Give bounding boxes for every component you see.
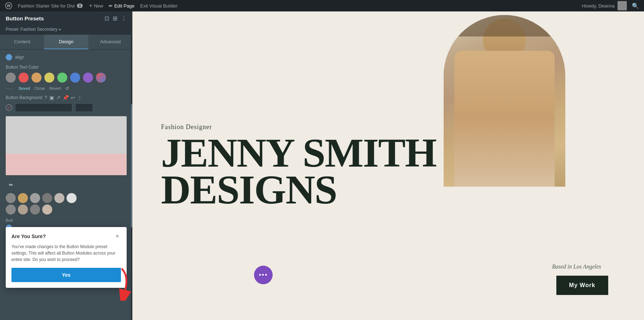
settings-panel: Button Presets ⊡ ⊞ ⋮ Preset: Fashion Sec… — [0, 11, 132, 320]
palette-swatch-6[interactable] — [67, 193, 77, 203]
hero-subtitle: Fashion Designer — [161, 123, 436, 131]
swatch-purple[interactable] — [83, 73, 93, 83]
admin-bar-right: Howdy, Deanna 🔍 — [582, 0, 641, 11]
hero-section: Fashion Designer JENNY SMITH DESIGNS — [132, 11, 644, 320]
palette-swatch-3[interactable] — [30, 193, 40, 203]
portrait-image — [444, 15, 565, 187]
page-preview: Fashion Designer JENNY SMITH DESIGNS — [132, 11, 644, 320]
confirm-body-text: You've made changes to the Button Module… — [11, 243, 121, 263]
exit-builder-label: Exit Visual Builder — [140, 3, 178, 9]
main-layout: Button Presets ⊡ ⊞ ⋮ Preset: Fashion Sec… — [0, 11, 644, 320]
edit-page-item[interactable]: ✏ Edit Page — [106, 0, 137, 11]
confirm-yes-button[interactable]: Yes — [11, 268, 121, 282]
bg-more-icon[interactable]: ⋮ — [77, 95, 82, 100]
tab-advanced[interactable]: Advanced — [88, 35, 132, 49]
portrait-arch — [444, 15, 565, 187]
new-label: New — [94, 3, 103, 9]
preset-label: Preset: Fashion Secondary — [6, 27, 58, 32]
palette-swatch-1[interactable] — [6, 193, 16, 203]
tab-content[interactable]: Content — [0, 35, 44, 49]
edit-page-label: Edit Page — [114, 3, 134, 9]
swatch-blue[interactable] — [70, 73, 80, 83]
swatch-red[interactable] — [19, 73, 29, 83]
preview-pink-area — [6, 154, 127, 175]
confirm-dialog-header: Are You Sure? × — [11, 233, 121, 240]
preset-bar[interactable]: Preset: Fashion Secondary ▾ — [0, 25, 132, 35]
clrnar-label[interactable]: Clrnar — [34, 86, 45, 90]
search-icon[interactable]: 🔍 — [630, 0, 641, 11]
palette-swatch-8[interactable] — [18, 205, 28, 215]
top-color-row: align — [6, 54, 127, 60]
hero-text-area: Fashion Designer JENNY SMITH DESIGNS — [161, 123, 436, 208]
palette-row-1 — [6, 193, 127, 203]
howdy-text: Howdy, Deanna — [582, 3, 615, 9]
color-hex-input[interactable] — [15, 103, 72, 112]
purple-dots-icon: ••• — [259, 271, 268, 279]
panel-header: Button Presets ⊡ ⊞ ⋮ — [0, 11, 132, 25]
swatch-green[interactable] — [57, 73, 67, 83]
butt-1-text: Butt — [6, 218, 13, 222]
wp-logo-icon[interactable]: W — [3, 0, 14, 11]
revert-label[interactable]: Revert — [49, 86, 61, 90]
svg-text:W: W — [7, 4, 11, 8]
palette-swatch-9[interactable] — [30, 205, 40, 215]
hero-title: JENNY SMITH DESIGNS — [161, 134, 436, 208]
brush-tool-icon[interactable]: ✏ — [6, 179, 16, 190]
purple-dot-menu[interactable]: ••• — [254, 266, 273, 284]
new-item[interactable]: + New — [86, 0, 106, 11]
palette-swatch-10[interactable] — [42, 205, 52, 215]
opacity-input[interactable] — [75, 103, 93, 112]
site-name-text: Fashion Starter Site for Divi — [18, 3, 75, 9]
top-label: align — [15, 55, 24, 60]
my-work-button[interactable]: My Work — [556, 276, 608, 295]
panel-content: align Button Text Color ··· Saved Clrnar — [0, 50, 132, 320]
transparent-dot[interactable] — [6, 104, 12, 111]
brush-icon-row: ✏ — [6, 179, 127, 190]
panel-more-icon[interactable]: ⋮ — [121, 15, 127, 22]
butt-label-1: Butt — [6, 218, 127, 222]
portrait-body — [454, 51, 555, 187]
preset-caret-icon: ▾ — [59, 28, 61, 31]
hero-name-line2: DESIGNS — [161, 171, 436, 208]
saved-row: ··· Saved Clrnar Revert ↺ — [6, 85, 127, 91]
hero-name-line1: JENNY SMITH — [161, 134, 436, 172]
clear-color-icon[interactable]: ↺ — [65, 86, 69, 91]
panel-scrollbar-thumb[interactable] — [131, 104, 132, 227]
panel-expand-icon[interactable]: ⊡ — [104, 15, 109, 22]
swatch-gray[interactable] — [6, 73, 16, 83]
swatch-orange[interactable] — [31, 73, 42, 83]
howdy-label: Howdy, Deanna — [582, 3, 615, 9]
confirm-close-button[interactable]: × — [114, 233, 121, 240]
panel-title: Button Presets — [6, 15, 44, 21]
accent-color-dot[interactable] — [6, 54, 12, 60]
panel-columns-icon[interactable]: ⊞ — [113, 15, 117, 22]
bg-device-icon[interactable]: ▣ — [49, 95, 54, 100]
site-name[interactable]: Fashion Starter Site for Divi 0 — [14, 3, 86, 9]
saved-label: Saved — [19, 86, 30, 90]
panel-header-icons: ⊡ ⊞ ⋮ — [104, 15, 127, 22]
panel-tabs: Content Design Advanced — [0, 35, 132, 50]
swatch-yellow[interactable] — [44, 73, 54, 83]
bg-help-icon[interactable]: ? — [44, 95, 47, 100]
user-avatar[interactable] — [618, 1, 627, 10]
wp-admin-bar: W Fashion Starter Site for Divi 0 + New … — [0, 0, 644, 11]
palette-swatch-2[interactable] — [18, 193, 28, 203]
palette-swatch-5[interactable] — [54, 193, 64, 203]
tab-design[interactable]: Design — [44, 35, 88, 49]
portrait-hat — [444, 15, 565, 36]
exit-builder-item[interactable]: Exit Visual Builder — [137, 0, 181, 11]
palette-swatch-4[interactable] — [42, 193, 52, 203]
palette-row-2 — [6, 205, 127, 215]
confirm-title: Are You Sure? — [11, 233, 46, 239]
bg-link-icon[interactable]: ↗ — [56, 95, 60, 100]
confirm-dialog: Are You Sure? × You've made changes to t… — [6, 227, 127, 288]
panel-scrollbar[interactable] — [131, 11, 132, 320]
swatch-gradient[interactable] — [96, 73, 106, 83]
bg-undo-icon[interactable]: ↩ — [71, 95, 75, 100]
based-in-text: Based in Los Angeles — [552, 264, 601, 270]
transparent-row — [6, 103, 127, 112]
more-options-dots[interactable]: ··· — [6, 85, 14, 91]
comment-count-badge: 0 — [77, 4, 83, 8]
bg-pin-icon[interactable]: 📌 — [63, 95, 69, 100]
palette-swatch-7[interactable] — [6, 205, 16, 215]
